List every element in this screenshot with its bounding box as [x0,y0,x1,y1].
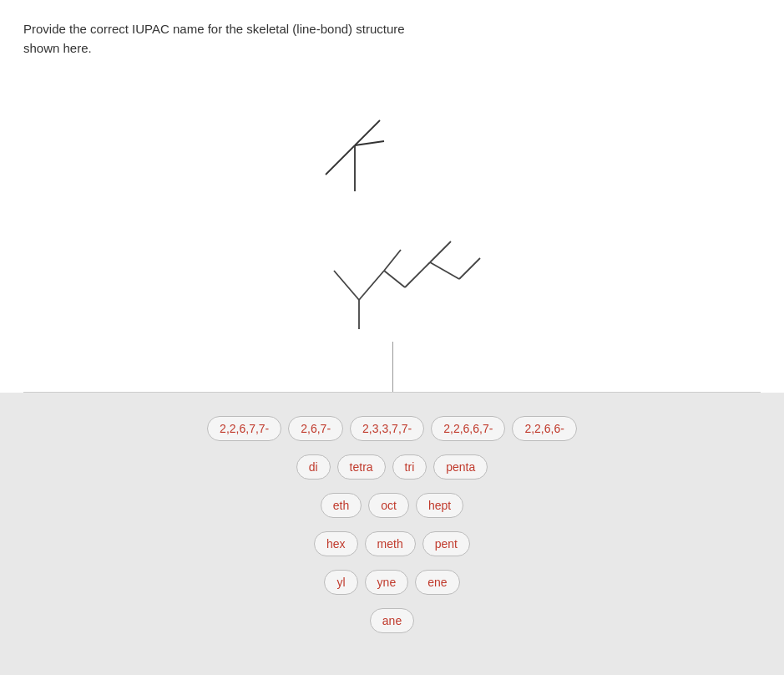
svg-line-0 [326,145,355,175]
pill-base-oct[interactable]: oct [368,493,409,518]
svg-line-8 [384,271,405,287]
question-text: Provide the correct IUPAC name for the s… [23,20,608,58]
base-row2: hexmethpent [314,531,470,556]
pill-suffix-penta[interactable]: penta [433,454,488,480]
base-row1: ethocthept [321,493,463,518]
structure-svg [267,216,518,342]
molecule-diagram [23,83,761,216]
pill-ending-ane[interactable]: ane [370,608,414,633]
question-line2: shown here. [23,41,92,55]
pill-ending-yl[interactable]: yl [324,570,357,595]
pill-prefix-267[interactable]: 2,6,7- [288,416,343,441]
svg-line-9 [405,262,430,287]
svg-line-12 [459,258,480,279]
pill-prefix-22677[interactable]: 2,2,6,7,7- [207,416,281,441]
question-section: Provide the correct IUPAC name for the s… [0,0,784,393]
section-divider [23,392,761,393]
prefix-row: 2,2,6,7,7-2,6,7-2,3,3,7,7-2,2,6,6,7-2,2,… [207,416,577,441]
pill-base-pent[interactable]: pent [422,531,470,556]
svg-line-6 [359,271,384,300]
pill-ending-yne[interactable]: yne [365,570,409,595]
molecule-diagram-2 [23,216,761,342]
answer-section: 2,2,6,7,7-2,6,7-2,3,3,7,7-2,2,6,6,7-2,2,… [0,393,784,675]
question-line1: Provide the correct IUPAC name for the s… [23,22,405,36]
pill-suffix-tri[interactable]: tri [392,454,427,480]
pill-prefix-2266[interactable]: 2,2,6,6- [512,416,576,441]
pill-prefix-22667[interactable]: 2,2,6,6,7- [431,416,505,441]
molecule-svg [276,83,509,216]
pill-base-eth[interactable]: eth [321,493,362,518]
multiplier-row: ditetratripenta [296,454,488,480]
pill-ending-ene[interactable]: ene [415,570,459,595]
svg-line-11 [430,262,459,279]
vertical-divider [392,342,393,392]
pill-base-hex[interactable]: hex [314,531,358,556]
pill-prefix-23377[interactable]: 2,3,3,7,7- [350,416,424,441]
pill-suffix-di[interactable]: di [296,454,331,480]
pill-base-meth[interactable]: meth [365,531,416,556]
svg-line-5 [334,271,359,300]
ending-row2: ane [370,608,414,633]
ending-row1: ylyneene [324,570,459,595]
pill-base-hept[interactable]: hept [416,493,463,518]
svg-line-7 [384,250,401,271]
pill-suffix-tetra[interactable]: tetra [337,454,386,480]
svg-line-10 [430,241,451,262]
